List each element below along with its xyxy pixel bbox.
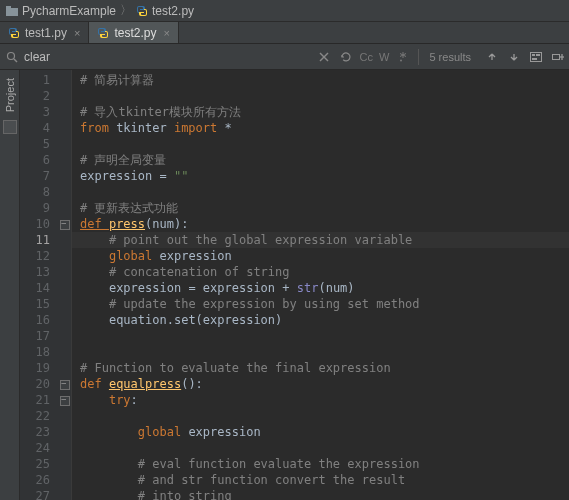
code-line[interactable] — [72, 408, 569, 424]
svg-rect-12 — [536, 54, 540, 56]
editor-tab[interactable]: test1.py× — [0, 22, 89, 43]
fold-row — [58, 168, 71, 184]
breadcrumb-project[interactable]: PycharmExample — [6, 4, 116, 18]
fold-row — [58, 360, 71, 376]
breadcrumb-file[interactable]: test2.py — [136, 4, 194, 18]
tool-window-stripe: Project — [0, 70, 20, 500]
find-next-button[interactable] — [503, 44, 525, 69]
fold-row — [58, 472, 71, 488]
match-case-toggle[interactable]: Cc — [357, 51, 376, 63]
fold-row — [58, 104, 71, 120]
line-number: 22 — [20, 408, 58, 424]
find-history-icon[interactable] — [335, 44, 357, 69]
code-line[interactable]: global expression — [72, 248, 569, 264]
fold-row — [58, 184, 71, 200]
fold-row — [58, 136, 71, 152]
code-line[interactable]: expression = "" — [72, 168, 569, 184]
line-number: 21 — [20, 392, 58, 408]
fold-row — [58, 200, 71, 216]
fold-toggle-icon[interactable] — [58, 376, 71, 392]
project-toolwindow-button[interactable]: Project — [4, 74, 16, 116]
line-number: 8 — [20, 184, 58, 200]
editor-tab[interactable]: test2.py× — [89, 22, 178, 43]
code-line[interactable]: # eval function evaluate the expression — [72, 456, 569, 472]
fold-toggle-icon[interactable] — [58, 216, 71, 232]
breadcrumb: PycharmExample 〉 test2.py — [0, 0, 569, 22]
svg-point-2 — [8, 52, 15, 59]
line-number: 4 — [20, 120, 58, 136]
select-all-occurrences-button[interactable] — [525, 44, 547, 69]
fold-row — [58, 328, 71, 344]
svg-line-3 — [14, 59, 17, 62]
code-line[interactable]: # 导入tkinter模块所有方法 — [72, 104, 569, 120]
line-number: 17 — [20, 328, 58, 344]
code-line[interactable]: def equalpress(): — [72, 376, 569, 392]
code-line[interactable]: # 声明全局变量 — [72, 152, 569, 168]
code-area[interactable]: # 简易计算器# 导入tkinter模块所有方法from tkinter imp… — [72, 70, 569, 500]
line-number: 23 — [20, 424, 58, 440]
line-number: 15 — [20, 296, 58, 312]
breadcrumb-project-label: PycharmExample — [22, 4, 116, 18]
code-line[interactable]: global expression — [72, 424, 569, 440]
line-number: 3 — [20, 104, 58, 120]
code-line[interactable] — [72, 328, 569, 344]
breadcrumb-separator-icon: 〉 — [120, 2, 132, 19]
code-line[interactable]: # and str function convert the result — [72, 472, 569, 488]
line-number: 26 — [20, 472, 58, 488]
fold-row — [58, 312, 71, 328]
line-number: 27 — [20, 488, 58, 500]
fold-row — [58, 232, 71, 248]
code-line[interactable]: # Function to evaluate the final express… — [72, 360, 569, 376]
add-selection-button[interactable] — [547, 44, 569, 69]
svg-point-9 — [400, 59, 402, 61]
line-number: 12 — [20, 248, 58, 264]
python-file-icon — [8, 27, 20, 39]
fold-row — [58, 280, 71, 296]
code-line[interactable]: expression = expression + str(num) — [72, 280, 569, 296]
clear-find-button[interactable] — [313, 44, 335, 69]
line-number: 14 — [20, 280, 58, 296]
find-prev-button[interactable] — [481, 44, 503, 69]
fold-row — [58, 344, 71, 360]
fold-row — [58, 440, 71, 456]
tab-label: test2.py — [114, 26, 156, 40]
fold-toggle-icon[interactable] — [58, 392, 71, 408]
code-line[interactable]: # into string — [72, 488, 569, 500]
code-line[interactable]: # 更新表达式功能 — [72, 200, 569, 216]
code-line[interactable] — [72, 440, 569, 456]
search-icon[interactable] — [4, 51, 20, 63]
code-line[interactable]: try: — [72, 392, 569, 408]
close-tab-icon[interactable]: × — [74, 27, 80, 39]
svg-rect-14 — [553, 54, 560, 59]
code-editor[interactable]: 1234567891011121314151617181920212223242… — [20, 70, 569, 500]
find-input[interactable] — [20, 48, 220, 66]
code-line[interactable]: # 简易计算器 — [72, 72, 569, 88]
line-number: 19 — [20, 360, 58, 376]
svg-rect-13 — [532, 58, 537, 60]
regex-toggle[interactable] — [392, 44, 414, 69]
code-line[interactable] — [72, 344, 569, 360]
line-number: 24 — [20, 440, 58, 456]
svg-rect-1 — [6, 6, 11, 9]
code-line[interactable] — [72, 184, 569, 200]
code-line[interactable]: # point out the global expression variab… — [72, 232, 569, 248]
breadcrumb-file-label: test2.py — [152, 4, 194, 18]
close-tab-icon[interactable]: × — [164, 27, 170, 39]
code-line[interactable]: # concatenation of string — [72, 264, 569, 280]
line-number: 25 — [20, 456, 58, 472]
code-line[interactable]: # update the expression by using set met… — [72, 296, 569, 312]
code-line[interactable]: def press(num): — [72, 216, 569, 232]
code-line[interactable] — [72, 136, 569, 152]
fold-row — [58, 72, 71, 88]
code-line[interactable] — [72, 88, 569, 104]
fold-row — [58, 120, 71, 136]
code-line[interactable]: from tkinter import * — [72, 120, 569, 136]
toolwindow-icon[interactable] — [3, 120, 17, 134]
code-line[interactable]: equation.set(expression) — [72, 312, 569, 328]
whole-word-toggle[interactable]: W — [376, 51, 392, 63]
line-number: 6 — [20, 152, 58, 168]
python-file-icon — [97, 27, 109, 39]
folder-icon — [6, 5, 18, 17]
line-number: 10 — [20, 216, 58, 232]
fold-row — [58, 424, 71, 440]
